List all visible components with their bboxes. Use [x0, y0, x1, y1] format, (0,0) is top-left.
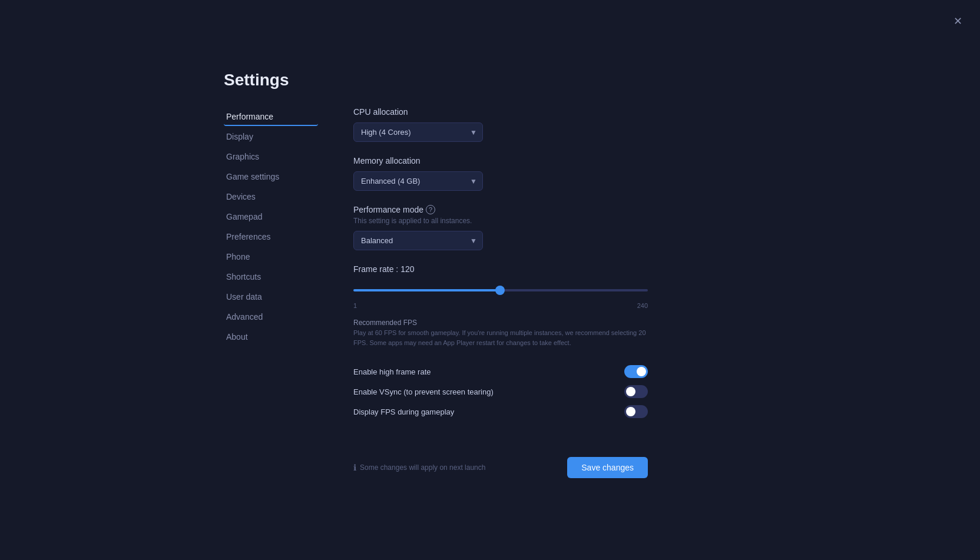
cpu-allocation-label: CPU allocation	[353, 107, 648, 117]
toggle-row-display-fps: Display FPS during gameplay	[353, 402, 648, 422]
toggle-row-high-frame-rate: Enable high frame rate	[353, 362, 648, 382]
cpu-allocation-group: CPU allocation Low (1 Core) Medium (2 Co…	[353, 107, 648, 142]
toggles-group: Enable high frame rate Enable VSync (to …	[353, 362, 648, 422]
slider-range-labels: 1 240	[353, 302, 648, 309]
memory-allocation-label: Memory allocation	[353, 156, 648, 165]
sidebar-item-performance[interactable]: Performance	[224, 107, 318, 126]
sidebar-item-advanced[interactable]: Advanced	[224, 307, 318, 326]
close-button[interactable]: ✕	[949, 13, 966, 29]
sidebar-item-game-settings[interactable]: Game settings	[224, 167, 318, 186]
fps-info-title: Recommended FPS	[353, 319, 648, 327]
toggle-row-vsync: Enable VSync (to prevent screen tearing)	[353, 382, 648, 402]
fps-info-desc: Play at 60 FPS for smooth gameplay. If y…	[353, 328, 648, 347]
sidebar-item-preferences[interactable]: Preferences	[224, 227, 318, 246]
sidebar-item-gamepad[interactable]: Gamepad	[224, 207, 318, 226]
performance-mode-group: Performance mode ? This setting is appli…	[353, 205, 648, 250]
main-content: CPU allocation Low (1 Core) Medium (2 Co…	[353, 107, 648, 478]
close-icon: ✕	[953, 15, 962, 28]
performance-mode-select[interactable]: Power saving Balanced High performance	[353, 231, 483, 250]
frame-rate-group: Frame rate : 120 1 240 Recommended FPS P…	[353, 264, 648, 347]
performance-mode-label: Performance mode	[353, 205, 423, 214]
sidebar-item-phone[interactable]: Phone	[224, 247, 318, 266]
memory-allocation-select[interactable]: Low (1 GB) Medium (2 GB) Enhanced (4 GB)…	[353, 171, 483, 191]
settings-title: Settings	[224, 71, 648, 90]
footer-info-icon: ℹ	[353, 463, 356, 472]
vsync-toggle[interactable]	[624, 385, 648, 398]
sidebar-item-about[interactable]: About	[224, 327, 318, 346]
sidebar-item-display[interactable]: Display	[224, 127, 318, 146]
sidebar-item-graphics[interactable]: Graphics	[224, 147, 318, 166]
performance-mode-select-wrapper: Power saving Balanced High performance ▼	[353, 231, 483, 250]
sidebar: Performance Display Graphics Game settin…	[224, 107, 318, 478]
memory-allocation-select-wrapper: Low (1 GB) Medium (2 GB) Enhanced (4 GB)…	[353, 171, 483, 191]
save-changes-button[interactable]: Save changes	[567, 457, 648, 478]
vsync-toggle-knob	[626, 387, 635, 396]
footer-note: ℹ Some changes will apply on next launch	[353, 463, 485, 472]
sidebar-item-shortcuts[interactable]: Shortcuts	[224, 267, 318, 286]
high-frame-rate-toggle-knob	[637, 367, 646, 376]
high-frame-rate-toggle[interactable]	[624, 365, 648, 378]
footer-note-text: Some changes will apply on next launch	[360, 463, 485, 472]
display-fps-label: Display FPS during gameplay	[353, 407, 454, 416]
settings-container: Settings Performance Display Graphics Ga…	[224, 71, 648, 478]
fps-info: Recommended FPS Play at 60 FPS for smoot…	[353, 319, 648, 347]
cpu-allocation-select[interactable]: Low (1 Core) Medium (2 Cores) High (4 Co…	[353, 122, 483, 142]
slider-max-label: 240	[637, 302, 648, 309]
performance-mode-help-icon: ?	[426, 205, 435, 214]
frame-rate-label: Frame rate : 120	[353, 264, 648, 274]
high-frame-rate-label: Enable high frame rate	[353, 367, 431, 376]
frame-rate-slider-container	[353, 283, 648, 294]
slider-min-label: 1	[353, 302, 357, 309]
frame-rate-slider[interactable]	[353, 289, 648, 291]
display-fps-toggle[interactable]	[624, 405, 648, 418]
memory-allocation-group: Memory allocation Low (1 GB) Medium (2 G…	[353, 156, 648, 191]
display-fps-toggle-knob	[626, 407, 635, 416]
footer: ℹ Some changes will apply on next launch…	[353, 448, 648, 478]
cpu-allocation-select-wrapper: Low (1 Core) Medium (2 Cores) High (4 Co…	[353, 122, 483, 142]
settings-body: Performance Display Graphics Game settin…	[224, 107, 648, 478]
sidebar-item-devices[interactable]: Devices	[224, 187, 318, 206]
performance-mode-sublabel: This setting is applied to all instances…	[353, 217, 648, 225]
sidebar-item-user-data[interactable]: User data	[224, 287, 318, 306]
vsync-label: Enable VSync (to prevent screen tearing)	[353, 387, 494, 396]
